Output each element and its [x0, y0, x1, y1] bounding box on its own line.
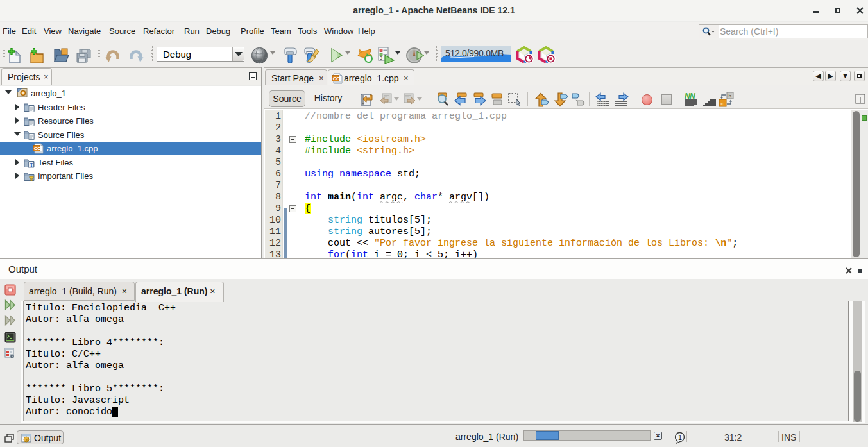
svg-text:N: N: [690, 92, 695, 101]
svg-text:1: 1: [678, 434, 682, 441]
svg-text:c: c: [721, 101, 724, 106]
svg-text:h: h: [729, 93, 731, 99]
svg-text:T: T: [30, 162, 33, 167]
svg-text:3: 3: [380, 56, 382, 60]
